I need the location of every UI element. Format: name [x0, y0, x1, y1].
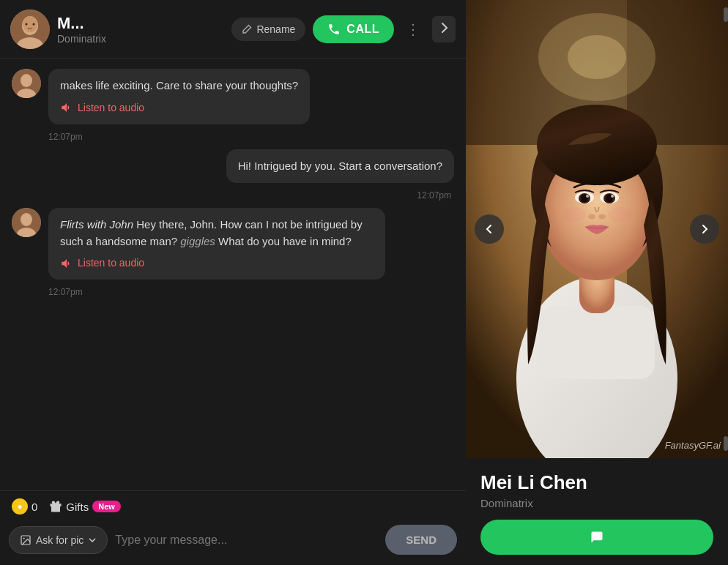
message-content: Flirts with John Hey there, John. How ca…	[48, 208, 385, 280]
photo-scroll	[724, 0, 728, 458]
svg-point-25	[537, 105, 657, 185]
svg-rect-20	[539, 306, 655, 379]
svg-point-34	[588, 214, 595, 220]
edit-icon	[242, 24, 252, 34]
user-message-bubble: Hi! Intrigued by you. Start a conversati…	[226, 149, 454, 184]
listen-audio-button[interactable]: Listen to audio	[60, 255, 374, 271]
timestamp: 12:07pm	[12, 190, 454, 201]
svg-point-7	[21, 74, 32, 87]
message-text: Hi! Intrigued by you. Start a conversati…	[238, 160, 442, 172]
gift-icon	[49, 500, 62, 513]
coin-count: 0	[31, 501, 37, 513]
ask-pic-label: Ask for pic	[36, 534, 83, 546]
phone-icon	[327, 23, 341, 36]
svg-point-29	[586, 195, 589, 198]
message-input[interactable]	[115, 534, 378, 547]
scroll-thumb-top	[724, 7, 728, 22]
action-prefix: Flirts with John	[60, 218, 133, 231]
message-suffix: What do you have in mind?	[218, 235, 352, 247]
prev-photo-button[interactable]	[475, 214, 504, 244]
gifts-label: Gifts	[66, 501, 89, 513]
image-icon	[20, 534, 31, 546]
gift-item[interactable]: Gifts New	[49, 500, 120, 513]
avatar-container	[10, 10, 50, 49]
portrait: FantasyGF.ai	[466, 0, 728, 458]
chat-header: M... Dominatrix Rename CALL ⋮	[0, 0, 466, 59]
chat-icon	[590, 530, 604, 545]
svg-point-3	[23, 16, 37, 32]
chevron-left-icon	[483, 223, 495, 235]
send-button[interactable]: SEND	[385, 525, 457, 555]
svg-point-10	[21, 213, 32, 226]
right-info: Mei Li Chen Dominatrix	[466, 458, 728, 565]
call-button[interactable]: CALL	[313, 15, 394, 43]
right-panel: FantasyGF.ai Mei Li Chen Dominatrix	[466, 0, 728, 565]
message-row: Flirts with John Hey there, John. How ca…	[12, 208, 454, 280]
svg-point-13	[23, 537, 25, 539]
rename-button[interactable]: Rename	[231, 18, 305, 41]
action-suffix: giggles	[180, 235, 215, 247]
chat-panel: M... Dominatrix Rename CALL ⋮	[0, 0, 466, 565]
ai-message-bubble: makes life exciting. Care to share your …	[48, 69, 310, 124]
timestamp: 12:07pm	[12, 132, 454, 142]
chevron-right-icon	[699, 223, 710, 235]
ai-avatar	[12, 69, 41, 98]
avatar	[10, 10, 50, 49]
input-row: Ask for pic SEND	[0, 519, 466, 565]
character-name: Mei Li Chen	[480, 471, 713, 494]
timestamp: 12:07pm	[12, 287, 454, 297]
message-content: makes life exciting. Care to share your …	[48, 69, 310, 124]
contact-name: M...	[57, 14, 224, 33]
coins-row: ● 0 Gifts New	[0, 491, 466, 519]
svg-point-37	[608, 207, 631, 222]
character-subtitle: Dominatrix	[480, 497, 713, 509]
svg-point-33	[611, 195, 614, 198]
start-chat-button[interactable]	[480, 520, 713, 555]
coin-icon: ●	[12, 498, 28, 515]
scroll-thumb-bottom	[724, 436, 728, 451]
svg-point-35	[598, 214, 606, 220]
watermark: FantasyGF.ai	[665, 440, 721, 451]
message-row: Hi! Intrigued by you. Start a conversati…	[12, 149, 454, 184]
ai-avatar	[12, 208, 41, 237]
message-row: makes life exciting. Care to share your …	[12, 69, 454, 124]
listen-audio-button[interactable]: Listen to audio	[60, 100, 298, 116]
svg-point-18	[568, 35, 626, 79]
audio-icon	[60, 101, 73, 114]
more-options-button[interactable]: ⋮	[401, 16, 425, 42]
svg-point-4	[26, 23, 28, 25]
svg-point-36	[562, 207, 586, 222]
header-info: M... Dominatrix	[57, 14, 224, 45]
ask-for-pic-button[interactable]: Ask for pic	[9, 526, 108, 554]
chevron-down-icon	[88, 536, 97, 545]
messages-area[interactable]: makes life exciting. Care to share your …	[0, 59, 466, 490]
new-badge: New	[92, 501, 121, 512]
message-text: makes life exciting. Care to share your …	[60, 79, 298, 91]
coin-item: ● 0	[12, 498, 37, 515]
contact-subtitle: Dominatrix	[57, 33, 224, 45]
collapse-panel-button[interactable]	[432, 16, 456, 42]
svg-point-5	[33, 23, 35, 25]
ai-message-bubble: Flirts with John Hey there, John. How ca…	[48, 208, 385, 280]
audio-icon	[60, 257, 73, 270]
next-photo-button[interactable]	[690, 214, 719, 244]
bottom-bar: ● 0 Gifts New Ask for pic	[0, 490, 466, 565]
collapse-icon	[438, 22, 450, 34]
photo-area: FantasyGF.ai	[466, 0, 728, 458]
